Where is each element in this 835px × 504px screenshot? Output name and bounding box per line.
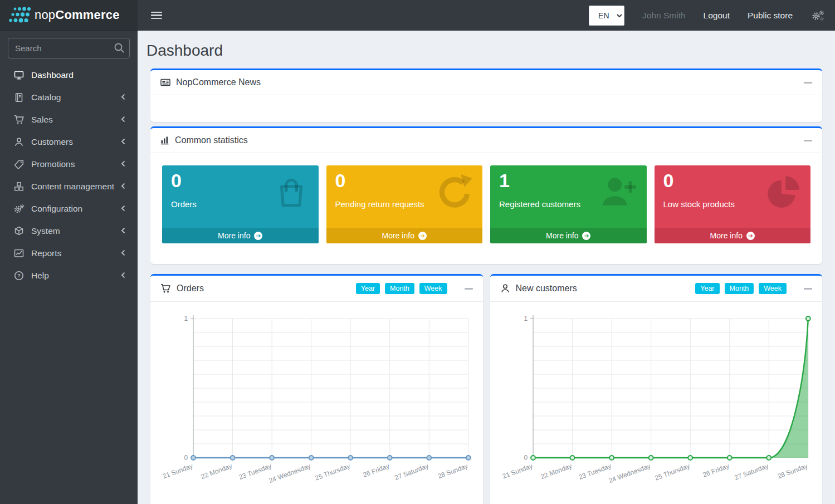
sidebar-item-label: Configuration [31, 204, 82, 214]
search-input[interactable] [8, 38, 130, 58]
collapse-icon[interactable] [465, 288, 473, 290]
svg-text:24 Wednesday: 24 Wednesday [268, 462, 312, 485]
more-info-link[interactable]: More info ➔ [326, 228, 483, 243]
svg-text:1: 1 [184, 315, 188, 322]
sidebar-item-system[interactable]: System [0, 220, 138, 242]
collapse-icon[interactable] [804, 82, 812, 84]
topbar: EN John Smith Logout Public store [138, 0, 835, 31]
search-icon[interactable] [113, 42, 125, 56]
orders-chart-panel: Orders Year Month Week 0121 Sunday22 Mon… [150, 274, 483, 504]
svg-text:26 Friday: 26 Friday [701, 462, 730, 479]
newspaper-icon [160, 78, 170, 87]
chevron-left-icon [121, 137, 125, 147]
chevron-left-icon [121, 115, 125, 125]
panel-title: NopCommerce News [176, 77, 261, 87]
svg-text:0: 0 [184, 454, 188, 462]
svg-text:1: 1 [524, 315, 528, 322]
sidebar-toggle-button[interactable] [151, 12, 162, 19]
month-button[interactable]: Month [725, 283, 754, 294]
stat-card-orders: 0 Orders More info ➔ [162, 165, 319, 243]
gears-icon [13, 204, 25, 214]
svg-text:23 Tuesday: 23 Tuesday [238, 462, 272, 481]
logout-link[interactable]: Logout [704, 11, 730, 21]
public-store-link[interactable]: Public store [748, 11, 793, 21]
sidebar-item-catalog[interactable]: Catalog [0, 86, 138, 109]
svg-text:21 Sunday: 21 Sunday [162, 462, 194, 481]
sidebar-item-sales[interactable]: Sales [0, 109, 138, 131]
news-panel-body [150, 95, 822, 122]
svg-text:24 Wednesday: 24 Wednesday [607, 462, 651, 485]
sidebar-item-label: Customers [31, 137, 73, 147]
sidebar: nopCommerce Dashboard Catalog [0, 0, 138, 504]
sidebar-item-customers[interactable]: Customers [0, 131, 138, 153]
chevron-left-icon [121, 226, 125, 236]
language-select[interactable]: EN [589, 6, 624, 26]
sidebar-item-label: Sales [31, 115, 53, 125]
sidebar-item-promotions[interactable]: Promotions [0, 153, 138, 175]
shopping-bag-icon [272, 173, 311, 212]
pie-chart-icon [765, 173, 803, 212]
svg-text:26 Friday: 26 Friday [362, 462, 390, 479]
svg-text:27 Saturday: 27 Saturday [733, 462, 769, 482]
user-icon [500, 283, 510, 293]
chart-line-icon [13, 248, 25, 258]
year-button[interactable]: Year [356, 283, 380, 294]
sidebar-item-label: Help [31, 271, 49, 281]
sidebar-item-label: Dashboard [31, 70, 74, 80]
svg-text:22 Monday: 22 Monday [539, 462, 573, 481]
settings-gears-icon[interactable] [810, 9, 825, 22]
user-icon [13, 137, 25, 147]
page-title: Dashboard [147, 42, 831, 60]
svg-text:23 Tuesday: 23 Tuesday [577, 462, 612, 481]
svg-text:25 Thursday: 25 Thursday [653, 462, 690, 482]
chevron-left-icon [121, 271, 125, 281]
arrow-circle-right-icon: ➔ [254, 232, 262, 240]
collapse-icon[interactable] [804, 288, 812, 290]
chevron-left-icon [121, 159, 125, 169]
arrow-circle-right-icon: ➔ [746, 232, 755, 240]
cube-icon [13, 226, 25, 236]
more-info-link[interactable]: More info ➔ [490, 228, 647, 243]
week-button[interactable]: Week [419, 283, 447, 294]
more-info-link[interactable]: More info ➔ [655, 228, 811, 243]
svg-text:22 Monday: 22 Monday [200, 462, 233, 481]
svg-text:?: ? [17, 272, 21, 278]
brand-logo[interactable]: nopCommerce [0, 0, 138, 31]
main-content: Dashboard NopCommerce News Common statis… [138, 31, 835, 504]
sidebar-item-reports[interactable]: Reports [0, 242, 138, 265]
user-name: John Smith [642, 11, 686, 21]
news-panel: NopCommerce News [150, 68, 822, 122]
svg-text:25 Thursday: 25 Thursday [314, 462, 351, 482]
sidebar-item-label: Reports [31, 248, 61, 258]
week-button[interactable]: Week [759, 283, 787, 294]
chevron-left-icon [121, 204, 125, 214]
chevron-left-icon [121, 182, 125, 192]
svg-text:28 Sunday: 28 Sunday [776, 462, 808, 481]
sidebar-item-content-management[interactable]: Content management [0, 175, 138, 198]
chevron-left-icon [121, 92, 125, 102]
new-customers-chart: 0121 Sunday22 Monday23 Tuesday24 Wednesd… [490, 302, 823, 495]
arrow-circle-right-icon: ➔ [418, 232, 427, 240]
user-plus-icon [599, 173, 639, 212]
sidebar-menu: Dashboard Catalog Sales Customers [0, 64, 138, 287]
stat-card-low-stock: 0 Low stock products More info ➔ [655, 165, 811, 243]
bar-chart-icon [160, 136, 169, 145]
collapse-icon[interactable] [804, 140, 812, 141]
monitor-icon [13, 70, 25, 80]
sidebar-item-configuration[interactable]: Configuration [0, 198, 138, 220]
sidebar-item-label: Promotions [31, 159, 75, 169]
panel-title: New customers [516, 283, 577, 293]
chevron-left-icon [121, 248, 125, 258]
cart-icon [160, 283, 171, 293]
year-button[interactable]: Year [695, 283, 719, 294]
new-customers-chart-panel: New customers Year Month Week 0121 Sunda… [490, 274, 823, 504]
orders-chart: 0121 Sunday22 Monday23 Tuesday24 Wednesd… [150, 302, 483, 495]
more-info-link[interactable]: More info ➔ [162, 228, 319, 243]
brand-name: nopCommerce [35, 8, 120, 22]
common-statistics-panel: Common statistics 0 Orders More info ➔ [150, 126, 822, 264]
svg-text:28 Sunday: 28 Sunday [437, 462, 469, 481]
book-icon [13, 92, 25, 102]
sidebar-item-dashboard[interactable]: Dashboard [0, 64, 138, 86]
month-button[interactable]: Month [385, 283, 414, 294]
sidebar-item-help[interactable]: ? Help [0, 265, 138, 287]
